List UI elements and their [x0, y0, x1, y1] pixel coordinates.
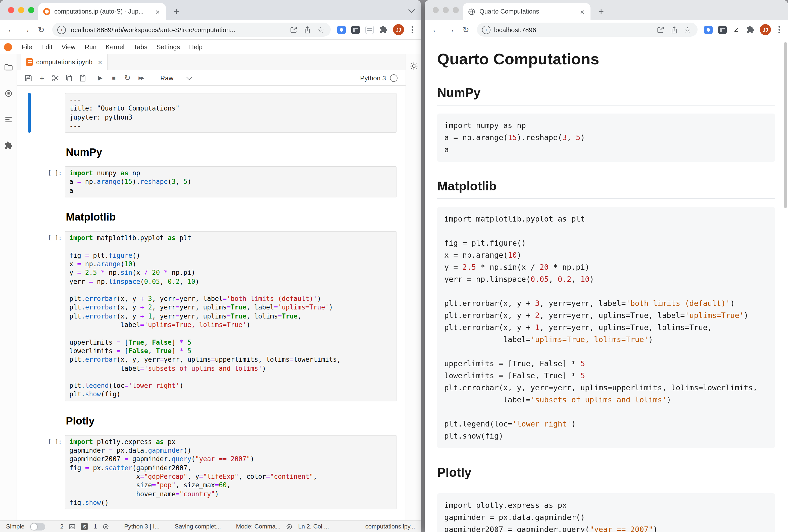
extension-icon-blue[interactable] [703, 25, 713, 35]
menu-help[interactable]: Help [184, 43, 207, 51]
address-bar[interactable]: i localhost:7896 ☆ [477, 23, 697, 37]
file-browser-icon[interactable] [4, 63, 13, 72]
extensions-puzzle-icon[interactable] [378, 25, 389, 35]
browser-toolbar: ← → ↻ i localhost:8889/lab/workspaces/au… [0, 20, 421, 40]
numpy-cell-editor[interactable]: import numpy as npa = np.arange(15).resh… [65, 166, 396, 198]
menu-settings[interactable]: Settings [152, 43, 184, 51]
paste-cells-button[interactable] [76, 72, 89, 84]
tab-search-chevron-icon[interactable] [408, 6, 415, 13]
kernel-sessions-icon [102, 523, 109, 530]
url-text: localhost:7896 [494, 26, 652, 34]
url-text: localhost:8889/lab/workspaces/auto-S/tre… [70, 26, 285, 34]
kernel-badge: S [81, 523, 88, 530]
menu-view[interactable]: View [57, 43, 80, 51]
statusbar-filename: computations.ipy... [366, 523, 415, 530]
quarto-browser-window: Quarto Computations × + ← → ↻ i localhos… [425, 0, 788, 532]
save-button[interactable] [22, 72, 35, 84]
tab-close-icon[interactable]: × [579, 8, 586, 15]
menu-file[interactable]: File [17, 43, 37, 51]
avatar[interactable]: JJ [760, 24, 771, 35]
browser-tab-jupyter[interactable]: computations.ip (auto-S) - Jup... × [38, 3, 166, 20]
browser-menu-kebab-icon[interactable] [774, 26, 784, 33]
code-cell-plotly: [ ]: import plotly.express as pxgapminde… [17, 435, 406, 509]
close-window-button[interactable] [8, 7, 14, 13]
section-heading-plotly: Plotly [437, 465, 775, 485]
cell-type-dropdown[interactable]: Raw [156, 73, 195, 83]
cell-collapser[interactable] [28, 231, 31, 401]
menu-tabs[interactable]: Tabs [129, 43, 152, 51]
bookmark-star-icon[interactable]: ☆ [316, 25, 326, 35]
extension-icon-z[interactable]: Z [731, 25, 741, 35]
restart-run-all-button[interactable]: ▶▶ [135, 72, 147, 84]
matplotlib-cell-editor[interactable]: import matplotlib.pyplot as plt fig = pl… [65, 231, 396, 401]
extension-icon-grid[interactable] [717, 25, 727, 35]
table-of-contents-icon[interactable] [4, 115, 13, 124]
run-cell-button[interactable]: ▶ [94, 72, 106, 84]
code-cell-matplotlib: [ ]: import matplotlib.pyplot as plt fig… [17, 231, 406, 401]
property-inspector-gear-icon[interactable] [409, 62, 418, 70]
open-in-new-icon[interactable] [655, 25, 665, 35]
close-window-button[interactable] [433, 7, 439, 13]
extension-icon-dark[interactable] [350, 25, 360, 35]
new-tab-button[interactable]: + [594, 5, 608, 18]
site-info-icon[interactable]: i [57, 25, 66, 34]
new-tab-button[interactable]: + [170, 5, 183, 18]
back-icon[interactable]: ← [4, 23, 18, 37]
stop-kernel-button[interactable]: ■ [107, 72, 120, 84]
bookmark-star-icon[interactable]: ☆ [683, 25, 692, 35]
cursor-position[interactable]: Ln 2, Col ... [298, 523, 329, 530]
editor-mode[interactable]: Mode: Comma... [236, 523, 280, 530]
copy-cells-button[interactable] [63, 72, 75, 84]
reload-icon[interactable]: ↻ [459, 23, 473, 37]
tab-close-icon[interactable]: × [154, 8, 161, 15]
avatar[interactable]: JJ [393, 24, 404, 35]
add-cell-button[interactable]: + [36, 72, 48, 84]
running-sessions-icon[interactable] [4, 89, 13, 98]
kernel-indicator[interactable]: Python 3 [360, 74, 400, 82]
menu-kernel[interactable]: Kernel [101, 43, 129, 51]
site-info-icon[interactable]: i [482, 25, 491, 34]
reload-icon[interactable]: ↻ [34, 23, 48, 37]
browser-menu-kebab-icon[interactable] [407, 26, 417, 33]
extension-icon-blue[interactable] [336, 25, 346, 35]
minimize-window-button[interactable] [443, 7, 449, 13]
page-scrollbar[interactable] [784, 42, 787, 208]
forward-icon[interactable]: → [444, 23, 458, 37]
minimize-window-button[interactable] [18, 7, 24, 13]
notebook-tab[interactable]: computations.ipynb × [21, 54, 107, 70]
share-icon[interactable] [302, 25, 312, 35]
active-cell-collapser[interactable] [28, 93, 31, 132]
restart-kernel-button[interactable]: ↻ [121, 72, 134, 84]
address-bar[interactable]: i localhost:8889/lab/workspaces/auto-S/t… [52, 23, 331, 37]
browser-tab-quarto[interactable]: Quarto Computations × [463, 3, 591, 20]
extension-manager-icon[interactable] [4, 141, 13, 150]
notification-icon[interactable] [286, 523, 293, 530]
kernel-status-text[interactable]: Python 3 | I... [124, 523, 160, 530]
cell-prompt: [ ]: [31, 231, 65, 401]
cell-prompt [31, 93, 65, 132]
extensions-puzzle-icon[interactable] [745, 25, 755, 35]
zoom-window-button[interactable] [453, 7, 459, 13]
notebook-tab-close-icon[interactable]: × [98, 58, 102, 66]
open-in-new-icon[interactable] [289, 25, 298, 35]
share-icon[interactable] [669, 25, 679, 35]
back-icon[interactable]: ← [429, 23, 443, 37]
markdown-heading-matplotlib: Matplotlib [66, 211, 406, 223]
menu-run[interactable]: Run [80, 43, 101, 51]
section-heading-matplotlib: Matplotlib [437, 179, 775, 199]
plotly-cell-editor[interactable]: import plotly.express as pxgapminder = p… [65, 435, 396, 509]
notebook-tab-bar: computations.ipynb × [17, 54, 406, 70]
menu-edit[interactable]: Edit [37, 43, 57, 51]
kernel-count[interactable]: 1 [94, 523, 97, 530]
forward-icon[interactable]: → [19, 23, 33, 37]
terminal-count[interactable]: 2 [60, 523, 63, 530]
simple-mode-toggle[interactable] [30, 523, 45, 530]
cell-collapser[interactable] [28, 435, 31, 509]
cell-collapser[interactable] [28, 166, 31, 198]
raw-cell-editor[interactable]: ---title: "Quarto Computations"jupyter: … [65, 93, 396, 132]
desktop: computations.ip (auto-S) - Jup... × + ← … [0, 0, 788, 532]
cut-cells-button[interactable] [49, 72, 62, 84]
zoom-window-button[interactable] [28, 7, 34, 13]
kernel-status-icon [390, 74, 397, 82]
extension-icon-page[interactable] [365, 25, 374, 35]
